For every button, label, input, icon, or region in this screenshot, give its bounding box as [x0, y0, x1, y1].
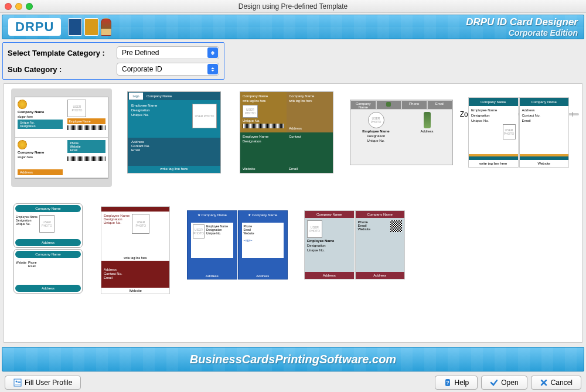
- idcard-icon: [84, 18, 98, 36]
- app-subtitle: Corporate Edition: [466, 28, 578, 38]
- brush-icon: [101, 18, 111, 36]
- bottom-toolbar: Fill User Profile ? Help Open Cancel: [0, 373, 586, 392]
- footer-url: BusinessCardsPrintingSoftware.com: [190, 353, 396, 366]
- dropdown-arrow-icon: [207, 64, 218, 74]
- template-gallery: Company Name slogan here Unique No.Desig…: [4, 83, 582, 343]
- template-thumb-6[interactable]: Company NameEmployee NameDesignationUniq…: [11, 201, 86, 299]
- svg-text:?: ?: [446, 380, 449, 386]
- template-selector-panel: Select Template Category : Pre Defined S…: [2, 42, 224, 80]
- subcategory-value: Corporate ID: [122, 65, 162, 73]
- svg-rect-2: [18, 381, 21, 381]
- fill-user-profile-label: Fill User Profile: [25, 379, 72, 387]
- template-thumb-5[interactable]: Company NameEmployee NameDesignationUniq…: [466, 88, 571, 176]
- cancel-label: Cancel: [551, 379, 573, 387]
- template-thumb-8[interactable]: ★ Company Name USER PHOTOEmployee NameDe…: [185, 201, 290, 289]
- footer-banner: BusinessCardsPrintingSoftware.com: [2, 347, 584, 371]
- dropdown-arrow-icon: [207, 47, 218, 58]
- open-button[interactable]: Open: [481, 376, 527, 390]
- open-label: Open: [501, 379, 518, 387]
- template-thumb-3[interactable]: Company Namewrite tag line hereUSER PHOT…: [236, 88, 337, 176]
- logo-badge: DRPU: [8, 18, 61, 36]
- fill-user-profile-button[interactable]: Fill User Profile: [5, 376, 81, 390]
- template-thumb-2[interactable]: LogoCompany Name Employee NameDesignatio…: [124, 88, 224, 176]
- app-banner: DRPU DRPU ID Card Designer Corporate Edi…: [2, 15, 584, 39]
- help-icon: ?: [444, 379, 452, 387]
- cancel-button[interactable]: Cancel: [531, 376, 581, 390]
- titlebar: Design using Pre-defined Template: [0, 0, 586, 13]
- help-label: Help: [455, 379, 469, 387]
- check-icon: [490, 379, 498, 387]
- template-thumb-9[interactable]: Company NameUSER PHOTOEmployee NameDesig…: [302, 201, 407, 289]
- svg-point-1: [16, 381, 18, 383]
- user-profile-icon: [13, 379, 22, 387]
- subcategory-label: Sub Category :: [8, 65, 113, 74]
- help-button[interactable]: ? Help: [435, 376, 478, 390]
- svg-rect-3: [18, 382, 21, 383]
- idcard-icon: [68, 18, 82, 36]
- app-title: DRPU ID Card Designer: [466, 16, 578, 28]
- category-label: Select Template Category :: [8, 49, 113, 57]
- subcategory-select[interactable]: Corporate ID: [117, 63, 219, 76]
- logo-text: DRPU: [15, 19, 54, 35]
- svg-rect-4: [15, 384, 21, 384]
- category-select[interactable]: Pre Defined: [117, 46, 219, 59]
- banner-icons: [68, 18, 111, 36]
- template-thumb-4[interactable]: Company NamePhoneEmail USER PHOTOEmploye…: [349, 88, 454, 176]
- template-thumb-1[interactable]: Company Name slogan here Unique No.Desig…: [11, 88, 112, 187]
- window-title: Design using Pre-defined Template: [0, 2, 586, 11]
- category-value: Pre Defined: [122, 49, 159, 57]
- banner-title-block: DRPU ID Card Designer Corporate Edition: [466, 16, 578, 38]
- template-thumb-7[interactable]: Employee NameDesignationUnique No.USER P…: [98, 201, 173, 299]
- close-icon: [540, 379, 548, 387]
